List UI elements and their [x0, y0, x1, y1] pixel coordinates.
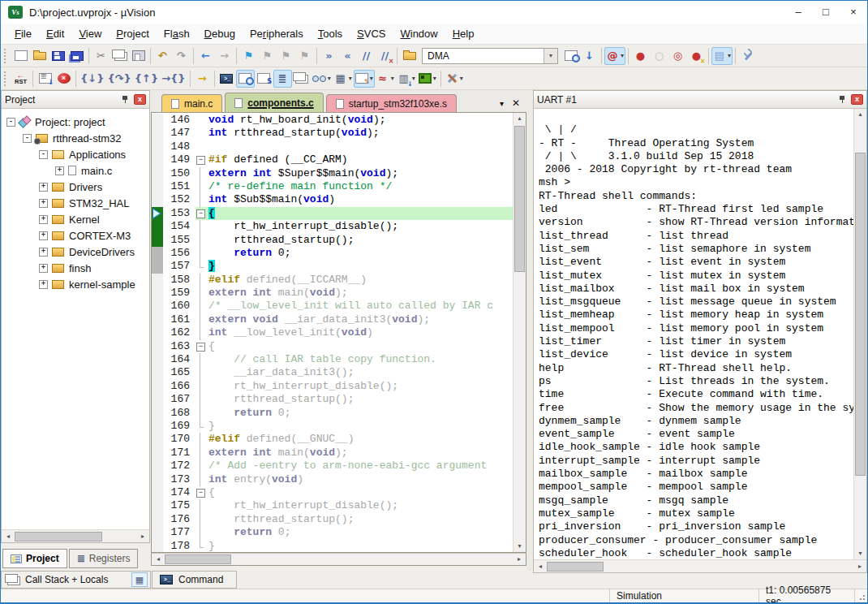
dropdown-caret-icon[interactable]: ▾ [728, 52, 731, 59]
find-symbol-button[interactable]: @▾ [604, 47, 625, 65]
unindent-button[interactable]: « [338, 47, 357, 65]
code-line-162[interactable]: 162int __low_level_init(void) [152, 326, 513, 339]
dropdown-caret-icon[interactable]: ▾ [370, 75, 373, 82]
scroll-thumb[interactable] [514, 126, 525, 272]
code-line-146[interactable]: 146void rt_hw_board_init(void); [152, 114, 513, 127]
code-line-155[interactable]: 155 rtthread_startup(); [152, 234, 513, 247]
menu-file[interactable]: File [7, 24, 39, 43]
collapse-icon[interactable]: - [23, 134, 32, 143]
scroll-right-icon[interactable]: ▸ [853, 560, 866, 573]
collapse-icon[interactable]: - [39, 150, 48, 159]
dropdown-caret-icon[interactable]: ▾ [621, 52, 624, 59]
undo-button[interactable]: ↶ [153, 47, 172, 65]
tree-item-kernel-sample[interactable]: +kernel-sample [2, 276, 149, 292]
new-file-button[interactable] [11, 47, 30, 65]
scroll-thumb[interactable] [855, 153, 866, 476]
maximize-button[interactable]: □ [812, 1, 840, 24]
scroll-left-icon[interactable]: ◂ [2, 530, 15, 543]
expand-icon[interactable]: + [39, 215, 48, 224]
uart-hscrollbar[interactable]: ◂ ▸ [534, 559, 866, 572]
close-button[interactable]: × [840, 1, 867, 24]
scroll-thumb[interactable] [165, 554, 231, 564]
tab-project[interactable]: Project [2, 549, 67, 568]
close-panel-icon[interactable]: x [134, 94, 146, 105]
indent-button[interactable]: » [320, 47, 338, 65]
cut-button[interactable]: ✂ [92, 47, 110, 65]
kill-all-breakpoints-button[interactable]: ●× [687, 47, 706, 65]
tree-item-devicedrivers[interactable]: +DeviceDrivers [2, 244, 149, 260]
pin-icon[interactable] [121, 95, 130, 104]
search-combobox[interactable]: DMA▾ [422, 48, 558, 64]
code-line-176[interactable]: 176 rtthread_startup(); [152, 513, 513, 526]
editor-tab-components-c[interactable]: components.c [225, 93, 323, 112]
scroll-left-icon[interactable]: ◂ [152, 553, 165, 566]
menu-project[interactable]: Project [109, 24, 156, 43]
code-line-153[interactable]: 153{ [152, 207, 513, 220]
find-in-files-button[interactable] [400, 47, 419, 65]
callstack-window-button[interactable] [292, 70, 311, 88]
pin-icon[interactable] [838, 95, 847, 104]
scroll-thumb[interactable] [547, 562, 604, 572]
memory-grid-icon[interactable]: ▦ [131, 572, 148, 587]
expand-icon[interactable]: + [39, 264, 48, 273]
dropdown-caret-icon[interactable]: ▾ [349, 75, 352, 82]
insert-breakpoint-button[interactable]: ● [631, 47, 650, 65]
code-line-165[interactable]: 165 __iar_data_init3(); [152, 366, 513, 379]
scroll-up-icon[interactable]: ▴ [854, 109, 866, 120]
navigate-back-button[interactable]: ← [196, 47, 215, 65]
run-to-cursor-button[interactable]: →{} [160, 70, 187, 88]
expand-icon[interactable]: + [39, 280, 48, 289]
save-button[interactable] [49, 47, 67, 65]
code-line-147[interactable]: 147int rtthread_startup(void); [152, 127, 513, 140]
code-line-152[interactable]: 152int $Sub$$main(void) [152, 193, 513, 206]
run-button[interactable] [36, 70, 54, 88]
disassembly-window-button[interactable] [236, 70, 255, 88]
callstack-caption-bar[interactable]: Call Stack + Locals ▦ [1, 571, 151, 589]
menu-view[interactable]: View [71, 24, 109, 43]
menu-tools[interactable]: Tools [311, 24, 350, 43]
scroll-right-icon[interactable]: ▸ [513, 553, 526, 566]
editor-hscrollbar[interactable]: ◂ ▸ [151, 553, 526, 566]
expand-icon[interactable]: + [39, 199, 48, 208]
uncomment-button[interactable]: //× [376, 47, 394, 65]
code-line-159[interactable]: 159extern int main(void); [152, 287, 513, 300]
code-line-149[interactable]: 149#if defined (__CC_ARM) [152, 153, 513, 166]
code-line-156[interactable]: 156 return 0; [152, 247, 513, 260]
tab-list-dropdown-icon[interactable]: ▾ [500, 99, 504, 108]
analysis-window-button[interactable]: ≈▾ [375, 70, 396, 88]
close-panel-icon[interactable]: x [851, 94, 863, 105]
tree-item-rtthread-stm32[interactable]: -rtthread-stm32 [2, 130, 149, 146]
save-all-button[interactable] [67, 47, 86, 65]
symbol-window-button[interactable]: S [255, 70, 273, 88]
stop-button[interactable] [54, 70, 73, 88]
code-line-169[interactable]: 169} [152, 420, 513, 433]
menu-peripherals[interactable]: Peripherals [243, 24, 311, 43]
tree-item-kernel[interactable]: +Kernel [2, 211, 149, 227]
code-line-163[interactable]: 163{ [152, 340, 513, 353]
search-combobox-dropdown-icon[interactable]: ▾ [544, 49, 557, 63]
dropdown-caret-icon[interactable]: ▾ [433, 75, 436, 82]
bookmark-clear-button[interactable]: ⚑ [295, 47, 314, 65]
bookmark-prev-button[interactable]: ⚑ [277, 47, 295, 65]
expand-icon[interactable]: + [39, 248, 48, 257]
scroll-right-icon[interactable]: ▸ [136, 530, 149, 543]
serial-window-button[interactable]: ✎▾ [354, 70, 375, 88]
lookup-button[interactable] [561, 47, 580, 65]
toolbox-button[interactable]: ▾ [444, 70, 465, 88]
open-file-button[interactable] [30, 47, 49, 65]
code-line-166[interactable]: 166 rt_hw_interrupt_disable(); [152, 380, 513, 393]
uart-vscrollbar[interactable]: ▴ ▾ [853, 109, 866, 559]
dropdown-caret-icon[interactable]: ▾ [391, 75, 394, 82]
step-button[interactable]: {↓} [79, 70, 105, 88]
project-tree-hscrollbar[interactable]: ◂ ▸ [2, 529, 149, 542]
find-next-button[interactable]: ↓ [580, 47, 599, 65]
code-line-173[interactable]: 173int entry(void) [152, 473, 513, 486]
watch-window-button[interactable]: ▾ [311, 70, 333, 88]
close-file-icon[interactable]: ✕ [512, 97, 520, 109]
menu-help[interactable]: Help [445, 24, 482, 43]
comment-button[interactable]: // [357, 47, 376, 65]
tab-registers[interactable]: ≣Registers [69, 549, 139, 568]
code-line-178[interactable]: 178} [152, 540, 513, 553]
scroll-down-icon[interactable]: ▾ [854, 548, 866, 559]
code-line-172[interactable]: 172/* Add -eentry to arm-none-eabi-gcc a… [152, 459, 513, 472]
